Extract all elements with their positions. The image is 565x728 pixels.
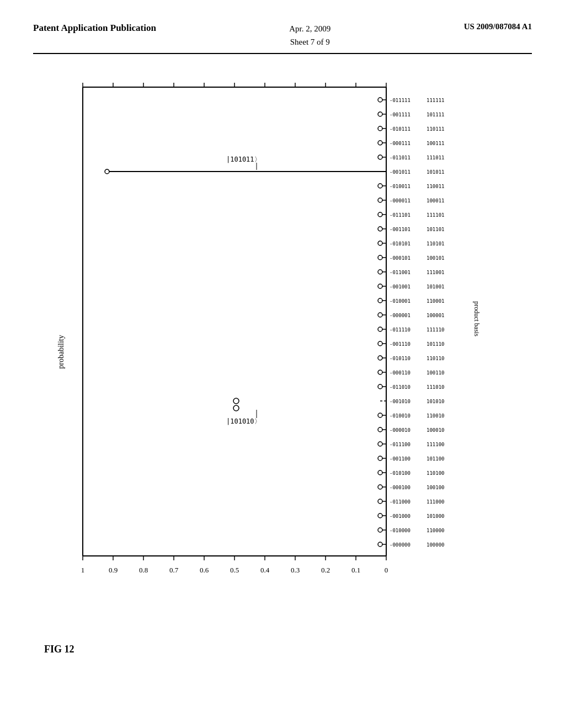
svg-text:|101010〉: |101010〉	[226, 417, 261, 425]
svg-text:-000000: -000000	[390, 542, 411, 548]
svg-text:0.1: 0.1	[351, 566, 360, 574]
sheet-info: Sheet 7 of 9	[289, 35, 331, 49]
svg-text:-010101: -010101	[390, 241, 411, 247]
svg-text:0.8: 0.8	[139, 566, 148, 574]
page: Patent Application Publication Apr. 2, 2…	[0, 0, 565, 728]
svg-text:100100: 100100	[427, 485, 445, 490]
svg-text:101110: 101110	[427, 341, 445, 347]
svg-text:111101: 111101	[427, 212, 445, 218]
svg-text:-001110: -001110	[390, 341, 411, 347]
svg-text:111111: 111111	[427, 98, 445, 103]
svg-text:110001: 110001	[427, 298, 445, 304]
svg-point-89	[378, 270, 382, 274]
svg-text:100111: 100111	[427, 141, 445, 146]
svg-point-169	[378, 542, 382, 547]
svg-point-85	[378, 255, 382, 260]
svg-text:|101011〉: |101011〉	[226, 156, 261, 163]
svg-text:110101: 110101	[427, 241, 445, 247]
svg-text:-001011: -001011	[390, 169, 411, 175]
svg-text:-000100: -000100	[390, 485, 411, 490]
svg-point-73	[378, 212, 382, 217]
svg-point-81	[378, 241, 382, 245]
svg-text:0.9: 0.9	[109, 566, 118, 574]
svg-text:-000001: -000001	[390, 313, 411, 318]
svg-text:101001: 101001	[427, 284, 445, 290]
svg-text:110110: 110110	[427, 356, 445, 361]
svg-point-118	[378, 370, 382, 374]
svg-text:111000: 111000	[427, 499, 445, 505]
svg-text:-001010: -001010	[390, 399, 411, 404]
svg-point-127	[233, 405, 239, 411]
svg-point-161	[378, 513, 382, 518]
page-header: Patent Application Publication Apr. 2, 2…	[33, 22, 532, 54]
svg-text:101000: 101000	[427, 513, 445, 519]
svg-text:-001111: -001111	[390, 112, 411, 117]
svg-text:-001101: -001101	[390, 227, 411, 232]
svg-text:-010111: -010111	[390, 126, 411, 132]
svg-text:111110: 111110	[427, 327, 445, 333]
svg-text:111010: 111010	[427, 384, 445, 390]
svg-point-145	[378, 456, 382, 461]
svg-text:100000: 100000	[427, 542, 445, 548]
svg-point-157	[378, 499, 382, 504]
svg-point-39	[378, 98, 382, 102]
svg-text:0: 0	[385, 566, 388, 574]
svg-text:1: 1	[81, 566, 85, 574]
svg-point-59	[105, 169, 109, 174]
svg-text:-011101: -011101	[390, 212, 411, 218]
svg-point-114	[378, 356, 382, 360]
svg-text:110111: 110111	[427, 126, 445, 132]
svg-point-165	[378, 528, 382, 532]
svg-point-101	[378, 313, 382, 317]
svg-text:100001: 100001	[427, 313, 445, 318]
svg-point-47	[378, 126, 382, 131]
figure-label: FIG 12	[44, 644, 74, 655]
svg-text:101101: 101101	[427, 227, 445, 232]
svg-text:-011010: -011010	[390, 384, 411, 390]
svg-text:111011: 111011	[427, 155, 445, 160]
svg-point-126	[233, 398, 239, 404]
svg-text:-011011: -011011	[390, 155, 411, 160]
publication-title: Patent Application Publication	[33, 22, 156, 34]
svg-text:0.2: 0.2	[321, 566, 330, 574]
svg-text:101100: 101100	[427, 456, 445, 462]
svg-text:-010110: -010110	[390, 356, 411, 361]
svg-point-77	[378, 227, 382, 231]
svg-text:100101: 100101	[427, 255, 445, 261]
svg-point-65	[378, 184, 382, 188]
svg-point-93	[378, 284, 382, 288]
svg-text:101011: 101011	[427, 169, 445, 175]
svg-text:probability: probability	[57, 335, 65, 368]
svg-point-69	[378, 198, 382, 202]
svg-text:101010: 101010	[427, 399, 445, 404]
svg-text:-010000: -010000	[390, 528, 411, 533]
svg-text:0.6: 0.6	[200, 566, 209, 574]
svg-text:0.4: 0.4	[260, 566, 270, 574]
svg-text:110010: 110010	[427, 413, 445, 419]
svg-text:-000101: -000101	[390, 255, 411, 261]
svg-text:-011100: -011100	[390, 442, 411, 447]
header-center: Apr. 2, 2009 Sheet 7 of 9	[289, 22, 331, 49]
svg-text:0.5: 0.5	[230, 566, 239, 574]
svg-text:-000010: -000010	[390, 427, 411, 433]
svg-point-149	[378, 470, 382, 475]
svg-text:100010: 100010	[427, 427, 445, 433]
svg-text:-001000: -001000	[390, 513, 411, 519]
date: Apr. 2, 2009	[289, 22, 331, 35]
svg-text:100011: 100011	[427, 198, 445, 204]
svg-point-122	[378, 384, 382, 389]
svg-point-55	[378, 155, 382, 159]
svg-text:-011001: -011001	[390, 270, 411, 275]
svg-text:0.3: 0.3	[291, 566, 300, 574]
figure-area: 1 0.9 0.8 0.7 0.6 0.5 0.4 0.3 0.2 0.1 0 …	[33, 65, 532, 672]
svg-point-141	[378, 442, 382, 446]
svg-point-153	[378, 485, 382, 489]
svg-text:-011110: -011110	[390, 327, 411, 333]
svg-text:-011000: -011000	[390, 499, 411, 505]
svg-text:-011111: -011111	[390, 98, 411, 103]
svg-text:0.7: 0.7	[169, 566, 179, 574]
svg-text:101111: 101111	[427, 112, 445, 117]
svg-text:110000: 110000	[427, 528, 445, 533]
svg-text:111100: 111100	[427, 442, 445, 447]
svg-text:-000110: -000110	[390, 370, 411, 376]
